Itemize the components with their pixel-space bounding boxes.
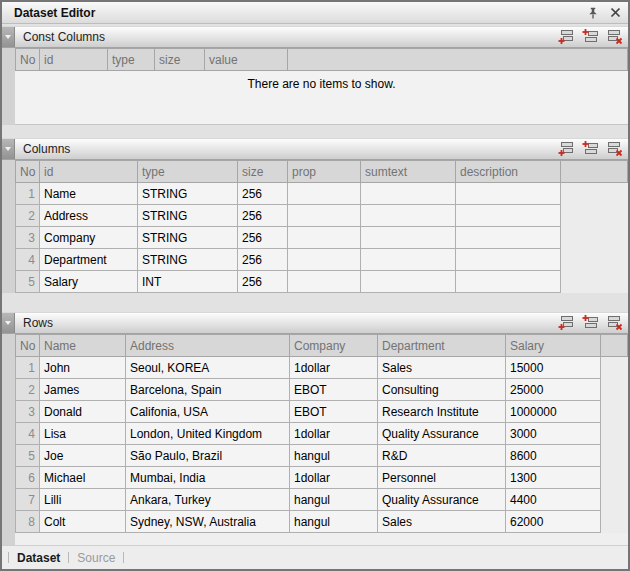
- cell[interactable]: Lilli: [40, 489, 126, 511]
- cell[interactable]: 256: [238, 271, 288, 293]
- table-row[interactable]: 2AddressSTRING256: [16, 205, 628, 227]
- cell[interactable]: Michael: [40, 467, 126, 489]
- table-row[interactable]: 7LilliAnkara, TurkeyhangulQuality Assura…: [16, 489, 628, 511]
- add-row-icon[interactable]: [558, 141, 575, 157]
- cell[interactable]: Quality Assurance: [378, 489, 506, 511]
- table-row[interactable]: 6MichaelMumbai, India1dollarPersonnel130…: [16, 467, 628, 489]
- cell[interactable]: 1dollar: [290, 423, 378, 445]
- cell[interactable]: 1000000: [506, 401, 601, 423]
- cell[interactable]: Mumbai, India: [126, 467, 290, 489]
- row-number-cell[interactable]: 8: [16, 511, 40, 533]
- cell[interactable]: Address: [40, 205, 138, 227]
- cell[interactable]: Company: [40, 227, 138, 249]
- table-row[interactable]: 3CompanySTRING256: [16, 227, 628, 249]
- cell[interactable]: EBOT: [290, 379, 378, 401]
- cell[interactable]: Sydney, NSW, Australia: [126, 511, 290, 533]
- cell[interactable]: 1dollar: [290, 467, 378, 489]
- table-row[interactable]: 5SalaryINT256: [16, 271, 628, 293]
- table-row[interactable]: 4DepartmentSTRING256: [16, 249, 628, 271]
- row-number-cell[interactable]: 2: [16, 379, 40, 401]
- table-row[interactable]: 1NameSTRING256: [16, 183, 628, 205]
- row-number-cell[interactable]: 5: [16, 271, 40, 293]
- add-row-icon[interactable]: [558, 315, 575, 331]
- close-icon[interactable]: [608, 6, 622, 20]
- row-number-cell[interactable]: 6: [16, 467, 40, 489]
- column-header-no[interactable]: No: [16, 161, 40, 183]
- cell[interactable]: STRING: [138, 227, 238, 249]
- cell[interactable]: STRING: [138, 205, 238, 227]
- cell[interactable]: 256: [238, 183, 288, 205]
- column-header-size[interactable]: size: [155, 49, 205, 71]
- cell[interactable]: STRING: [138, 249, 238, 271]
- cell[interactable]: London, United Kingdom: [126, 423, 290, 445]
- table-row[interactable]: 2JamesBarcelona, SpainEBOTConsulting2500…: [16, 379, 628, 401]
- cell[interactable]: 1300: [506, 467, 601, 489]
- column-header-sumtext[interactable]: sumtext: [361, 161, 456, 183]
- row-number-cell[interactable]: 5: [16, 445, 40, 467]
- cell[interactable]: 15000: [506, 357, 601, 379]
- cell[interactable]: Department: [40, 249, 138, 271]
- cell[interactable]: 3000: [506, 423, 601, 445]
- cell[interactable]: Ankara, Turkey: [126, 489, 290, 511]
- cell[interactable]: John: [40, 357, 126, 379]
- cell[interactable]: Seoul, KOREA: [126, 357, 290, 379]
- pin-icon[interactable]: [586, 6, 600, 20]
- cell[interactable]: [361, 205, 456, 227]
- row-number-cell[interactable]: 4: [16, 423, 40, 445]
- cell[interactable]: Califonia, USA: [126, 401, 290, 423]
- cell[interactable]: [288, 249, 361, 271]
- column-header-prop[interactable]: prop: [288, 161, 361, 183]
- column-header-type[interactable]: type: [108, 49, 155, 71]
- cell[interactable]: 256: [238, 205, 288, 227]
- cell[interactable]: Sales: [378, 357, 506, 379]
- cell[interactable]: 256: [238, 227, 288, 249]
- cell[interactable]: [361, 249, 456, 271]
- row-number-cell[interactable]: 4: [16, 249, 40, 271]
- cell[interactable]: Consulting: [378, 379, 506, 401]
- row-number-cell[interactable]: 3: [16, 227, 40, 249]
- cell[interactable]: STRING: [138, 183, 238, 205]
- table-row[interactable]: 5JoeSão Paulo, BrazilhangulR&D8600: [16, 445, 628, 467]
- collapse-button[interactable]: [2, 27, 15, 47]
- insert-row-icon[interactable]: [582, 315, 599, 331]
- column-header-id[interactable]: id: [40, 161, 138, 183]
- cell[interactable]: [288, 183, 361, 205]
- table-row[interactable]: 3DonaldCalifonia, USAEBOTResearch Instit…: [16, 401, 628, 423]
- row-number-cell[interactable]: 7: [16, 489, 40, 511]
- cell[interactable]: Quality Assurance: [378, 423, 506, 445]
- cell[interactable]: [456, 271, 561, 293]
- cell[interactable]: [288, 271, 361, 293]
- cell[interactable]: Sales: [378, 511, 506, 533]
- row-number-cell[interactable]: 1: [16, 183, 40, 205]
- column-header-salary[interactable]: Salary: [506, 335, 601, 357]
- table-row[interactable]: 4LisaLondon, United Kingdom1dollarQualit…: [16, 423, 628, 445]
- cell[interactable]: Salary: [40, 271, 138, 293]
- cell[interactable]: Research Institute: [378, 401, 506, 423]
- delete-row-icon[interactable]: [606, 315, 623, 331]
- cell[interactable]: Name: [40, 183, 138, 205]
- tab-source[interactable]: Source: [69, 551, 123, 565]
- cell[interactable]: [288, 227, 361, 249]
- cell[interactable]: hangul: [290, 511, 378, 533]
- column-header-department[interactable]: Department: [378, 335, 506, 357]
- column-header-description[interactable]: description: [456, 161, 561, 183]
- column-header-no[interactable]: No: [16, 335, 40, 357]
- column-header-type[interactable]: type: [138, 161, 238, 183]
- cell[interactable]: Donald: [40, 401, 126, 423]
- cell[interactable]: hangul: [290, 445, 378, 467]
- delete-row-icon[interactable]: [606, 29, 623, 45]
- row-number-cell[interactable]: 1: [16, 357, 40, 379]
- cell[interactable]: São Paulo, Brazil: [126, 445, 290, 467]
- cell[interactable]: Joe: [40, 445, 126, 467]
- row-number-cell[interactable]: 3: [16, 401, 40, 423]
- row-number-cell[interactable]: 2: [16, 205, 40, 227]
- cell[interactable]: 256: [238, 249, 288, 271]
- cell[interactable]: [456, 183, 561, 205]
- cell[interactable]: 25000: [506, 379, 601, 401]
- cell[interactable]: hangul: [290, 489, 378, 511]
- cell[interactable]: Personnel: [378, 467, 506, 489]
- cell[interactable]: 62000: [506, 511, 601, 533]
- collapse-button[interactable]: [2, 139, 15, 159]
- cell[interactable]: Barcelona, Spain: [126, 379, 290, 401]
- column-header-no[interactable]: No: [16, 49, 40, 71]
